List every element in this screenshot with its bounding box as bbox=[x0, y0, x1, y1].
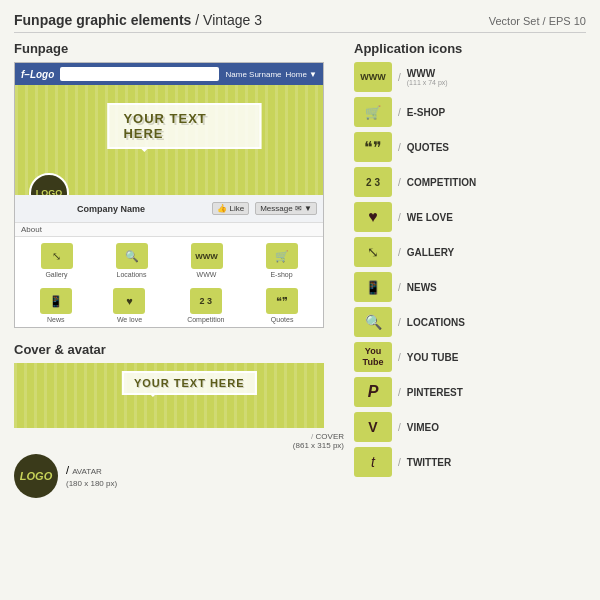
fb-nav-name: Name Surname bbox=[225, 70, 281, 79]
app-icon-competition: 2 3 / COMPETITION bbox=[354, 167, 584, 197]
fb-message-button[interactable]: Message ✉ ▼ bbox=[255, 202, 317, 215]
pinterest-app-icon[interactable]: P bbox=[354, 377, 392, 407]
www-app-icon[interactable]: WWW bbox=[354, 62, 392, 92]
app-icon-quotes: ❝❞ / QUOTES bbox=[354, 132, 584, 162]
fb-icon-news: 📱 News bbox=[40, 288, 72, 323]
fb-icon-quotes: ❝❞ Quotes bbox=[266, 288, 298, 323]
welove-label: We love bbox=[117, 316, 142, 323]
app-icons-title: Application icons bbox=[354, 41, 584, 56]
avatar-label: AVATAR bbox=[72, 467, 102, 476]
funpage-mockup: f–Logo Name Surname Home ▼ YOUR TEXT HER… bbox=[14, 62, 324, 328]
fb-icon-welove: ♥ We love bbox=[113, 288, 145, 323]
app-icon-gallery: ⤡ / GALLERY bbox=[354, 237, 584, 267]
avatar-row: LOGO / AVATAR (180 x 180 px) bbox=[14, 454, 344, 498]
app-icon-news: 📱 / NEWS bbox=[354, 272, 584, 302]
app-icon-locations: 🔍 / LOCATIONS bbox=[354, 307, 584, 337]
quotes-app-label: QUOTES bbox=[407, 142, 449, 153]
pinterest-app-label: PINTEREST bbox=[407, 387, 463, 398]
eshop-app-label: E-SHOP bbox=[407, 107, 445, 118]
www-label: WWW bbox=[197, 271, 217, 278]
www-app-size: (111 x 74 px) bbox=[407, 79, 448, 86]
gallery-app-icon[interactable]: ⤡ bbox=[354, 237, 392, 267]
competition-label: Competition bbox=[187, 316, 224, 323]
app-icon-eshop: 🛒 / E-SHOP bbox=[354, 97, 584, 127]
fb-cover: YOUR TEXT HERE LOGO bbox=[15, 85, 323, 195]
app-icon-welove: ♥ / WE LOVE bbox=[354, 202, 584, 232]
left-column: Funpage f–Logo Name Surname Home ▼ YOUR … bbox=[14, 41, 344, 498]
quotes-icon-box[interactable]: ❝❞ bbox=[266, 288, 298, 314]
vimeo-app-label: VIMEO bbox=[407, 422, 439, 433]
fb-nav-home[interactable]: Home ▼ bbox=[286, 70, 317, 79]
fb-profile-bar: Company Name 👍 Like Message ✉ ▼ bbox=[15, 195, 323, 223]
twitter-app-icon[interactable]: t bbox=[354, 447, 392, 477]
locations-label: Locations bbox=[117, 271, 147, 278]
competition-icon-box[interactable]: 2 3 bbox=[190, 288, 222, 314]
app-icon-vimeo: V / VIMEO bbox=[354, 412, 584, 442]
fb-icon-eshop: 🛒 E-shop bbox=[266, 243, 298, 278]
avatar-size: (180 x 180 px) bbox=[66, 479, 117, 488]
competition-app-icon[interactable]: 2 3 bbox=[354, 167, 392, 197]
twitter-app-label: TWITTER bbox=[407, 457, 451, 468]
youtube-app-icon[interactable]: YouTube bbox=[354, 342, 392, 372]
news-icon-box[interactable]: 📱 bbox=[40, 288, 72, 314]
fb-header-bar: f–Logo Name Surname Home ▼ bbox=[15, 63, 323, 85]
fb-like-button[interactable]: 👍 Like bbox=[212, 202, 249, 215]
cover-title: COVER bbox=[316, 432, 344, 441]
locations-app-label: LOCATIONS bbox=[407, 317, 465, 328]
news-label: News bbox=[47, 316, 65, 323]
cover-speech-bubble: YOUR TEXT HERE bbox=[122, 371, 257, 395]
welove-app-label: WE LOVE bbox=[407, 212, 453, 223]
funpage-section-title: Funpage bbox=[14, 41, 344, 56]
header: Funpage graphic elements / Vintage 3 Vec… bbox=[14, 12, 586, 33]
app-icon-www: WWW / WWW (111 x 74 px) bbox=[354, 62, 584, 92]
fb-company-name: Company Name bbox=[77, 204, 206, 214]
news-app-icon[interactable]: 📱 bbox=[354, 272, 392, 302]
main-content: Funpage f–Logo Name Surname Home ▼ YOUR … bbox=[14, 41, 586, 498]
locations-app-icon[interactable]: 🔍 bbox=[354, 307, 392, 337]
about-label: About bbox=[21, 225, 42, 234]
cover-size: (861 x 315 px) bbox=[293, 441, 344, 450]
quotes-app-icon[interactable]: ❝❞ bbox=[354, 132, 392, 162]
avatar-info: / AVATAR (180 x 180 px) bbox=[66, 464, 117, 488]
cover-label: / COVER (861 x 315 px) bbox=[14, 432, 344, 450]
title-bold: Funpage graphic elements bbox=[14, 12, 191, 28]
eshop-icon-box[interactable]: 🛒 bbox=[266, 243, 298, 269]
competition-app-label: COMPETITION bbox=[407, 177, 476, 188]
gallery-label: Gallery bbox=[45, 271, 67, 278]
youtube-app-label: YOU TUBE bbox=[407, 352, 459, 363]
fb-icon-competition: 2 3 Competition bbox=[187, 288, 224, 323]
fb-about-bar: About bbox=[15, 223, 323, 237]
cover-section-title: Cover & avatar bbox=[14, 342, 344, 357]
welove-icon-box[interactable]: ♥ bbox=[113, 288, 145, 314]
cover-avatar-section: Cover & avatar YOUR TEXT HERE / COVER (8… bbox=[14, 342, 344, 498]
gallery-icon-box[interactable]: ⤡ bbox=[41, 243, 73, 269]
fb-nav: Name Surname Home ▼ bbox=[225, 70, 317, 79]
news-app-label: NEWS bbox=[407, 282, 437, 293]
www-icon-box[interactable]: WWW bbox=[191, 243, 223, 269]
welove-app-icon[interactable]: ♥ bbox=[354, 202, 392, 232]
fb-icons-row-1: ⤡ Gallery 🔍 Locations WWW WWW 🛒 E-shop bbox=[15, 237, 323, 282]
quotes-label: Quotes bbox=[271, 316, 294, 323]
fb-icon-www: WWW WWW bbox=[191, 243, 223, 278]
fb-search-bar[interactable] bbox=[60, 67, 219, 81]
page-title: Funpage graphic elements / Vintage 3 bbox=[14, 12, 262, 28]
app-icon-pinterest: P / PINTEREST bbox=[354, 377, 584, 407]
app-icon-twitter: t / TWITTER bbox=[354, 447, 584, 477]
app-icons-list: WWW / WWW (111 x 74 px) 🛒 / E-SHOP ❝❞ bbox=[354, 62, 584, 477]
gallery-app-label: GALLERY bbox=[407, 247, 454, 258]
vimeo-app-icon[interactable]: V bbox=[354, 412, 392, 442]
avatar-circle: LOGO bbox=[14, 454, 58, 498]
cover-mockup: YOUR TEXT HERE bbox=[14, 363, 324, 428]
header-subtitle: Vector Set / EPS 10 bbox=[489, 15, 586, 27]
fb-icons-row-2: 📱 News ♥ We love 2 3 Competition ❝❞ Quot… bbox=[15, 282, 323, 327]
fb-icon-locations: 🔍 Locations bbox=[116, 243, 148, 278]
fb-logo: f–Logo bbox=[21, 69, 54, 80]
locations-icon-box[interactable]: 🔍 bbox=[116, 243, 148, 269]
app-icon-youtube: YouTube / YOU TUBE bbox=[354, 342, 584, 372]
fb-icon-gallery: ⤡ Gallery bbox=[41, 243, 73, 278]
eshop-app-icon[interactable]: 🛒 bbox=[354, 97, 392, 127]
eshop-label: E-shop bbox=[270, 271, 292, 278]
page: Funpage graphic elements / Vintage 3 Vec… bbox=[0, 0, 600, 600]
title-rest: / Vintage 3 bbox=[191, 12, 262, 28]
www-app-label: WWW bbox=[407, 68, 448, 79]
